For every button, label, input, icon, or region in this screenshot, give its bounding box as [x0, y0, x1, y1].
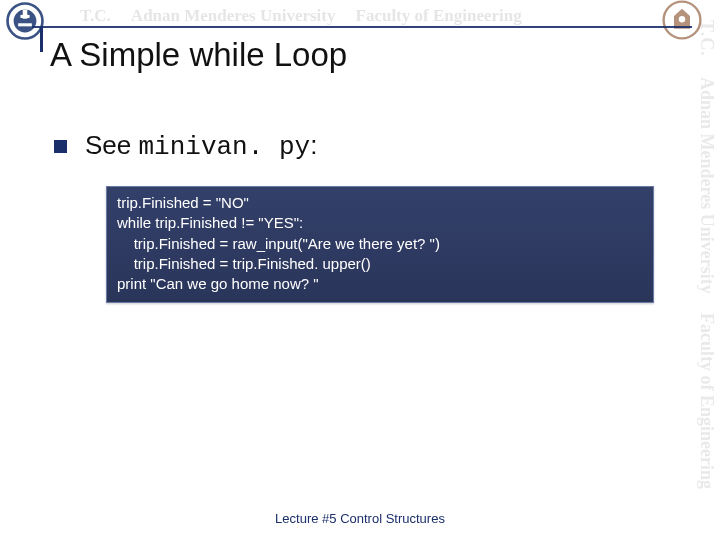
header-watermark: T.C. Adnan Menderes University Faculty o…: [0, 4, 720, 28]
code-line-1: trip.Finished = "NO": [117, 193, 643, 213]
faculty-logo-icon: [662, 0, 702, 40]
see-label: See: [85, 130, 139, 160]
wm-tc: T.C.: [80, 6, 111, 26]
code-line-4: trip.Finished = trip.Finished. upper(): [117, 254, 643, 274]
svg-rect-4: [18, 23, 32, 26]
code-line-3: trip.Finished = raw_input("Are we there …: [117, 234, 643, 254]
wm-side-fac: Faculty of Engineering: [696, 313, 717, 489]
side-watermark: T.C. Adnan Menderes University Faculty o…: [686, 0, 720, 540]
title-tick: [40, 26, 43, 52]
svg-rect-3: [20, 15, 29, 18]
colon: :: [310, 130, 317, 160]
bullet-row: See minivan. py:: [54, 130, 317, 162]
code-line-2: while trip.Finished != "YES":: [117, 213, 643, 233]
code-line-6: print "Can we go home now? ": [117, 274, 643, 294]
slide-title: A Simple while Loop: [50, 36, 347, 74]
filename: minivan. py: [139, 132, 311, 162]
wm-fac: Faculty of Engineering: [356, 6, 522, 26]
university-logo-icon: [6, 2, 44, 40]
slide-footer: Lecture #5 Control Structures: [0, 511, 720, 526]
bullet-icon: [54, 140, 67, 153]
code-block: trip.Finished = "NO" while trip.Finished…: [106, 186, 654, 303]
bullet-text: See minivan. py:: [85, 130, 317, 162]
wm-side-univ: Adnan Menderes University: [696, 77, 717, 294]
title-divider: [32, 26, 692, 28]
wm-univ: Adnan Menderes University: [131, 6, 336, 26]
svg-point-6: [679, 16, 685, 22]
